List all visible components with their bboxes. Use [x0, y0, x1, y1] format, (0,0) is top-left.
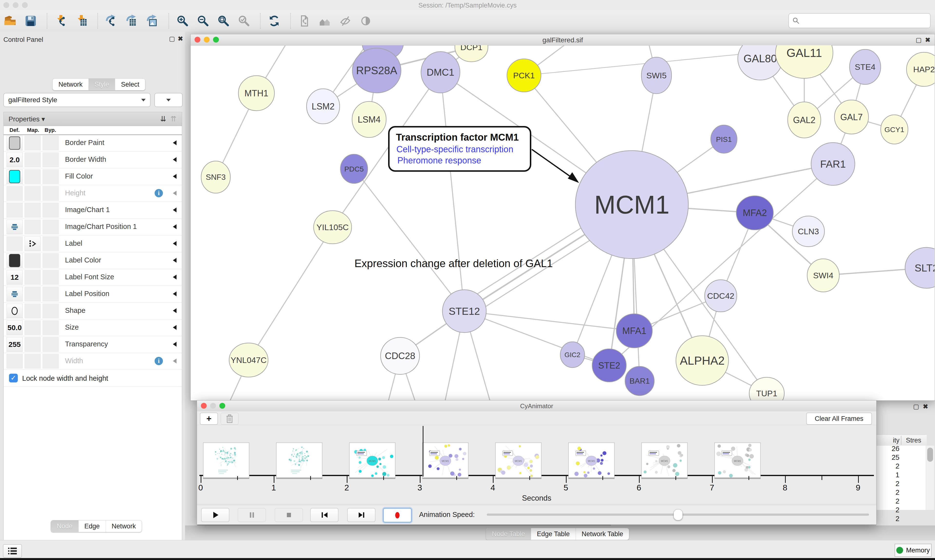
- annotation-box[interactable]: Transcription factor MCM1Cell-type-speci…: [389, 127, 579, 183]
- network-node-DMC1[interactable]: DMC1: [421, 52, 460, 93]
- network-node-CLN3[interactable]: CLN3: [792, 216, 824, 247]
- default-value-cell[interactable]: [6, 253, 23, 268]
- expand-row-arrow-icon[interactable]: [173, 224, 176, 229]
- cyanimator-timeline[interactable]: MCM1MCM1MCM1MCM1MCM1MCM1 0123456789 Seco…: [197, 425, 876, 504]
- expand-row-arrow-icon[interactable]: [173, 157, 176, 162]
- frame-thumbnail-6[interactable]: MCM1: [568, 443, 614, 479]
- tab-edge-table[interactable]: Edge Table: [531, 528, 576, 540]
- table-column-header[interactable]: Stres: [901, 437, 926, 444]
- bypass-cell[interactable]: [43, 203, 59, 217]
- bypass-cell[interactable]: [43, 270, 59, 285]
- default-value-cell[interactable]: [6, 287, 23, 302]
- expand-row-arrow-icon[interactable]: [173, 208, 176, 212]
- expand-row-arrow-icon[interactable]: [173, 291, 176, 296]
- bypass-cell[interactable]: [43, 287, 59, 302]
- expand-row-arrow-icon[interactable]: [173, 358, 176, 363]
- record-button[interactable]: [383, 508, 412, 523]
- network-node-SNF3[interactable]: SNF3: [201, 161, 230, 193]
- expand-row-arrow-icon[interactable]: [173, 342, 176, 347]
- cyanimator-titlebar[interactable]: CyAnimator: [197, 400, 876, 412]
- play-button[interactable]: [201, 508, 229, 522]
- network-node-MTH1[interactable]: MTH1: [238, 75, 275, 111]
- pause-button[interactable]: [238, 508, 266, 522]
- info-icon[interactable]: i: [154, 357, 163, 365]
- bypass-cell[interactable]: [43, 253, 59, 268]
- network-node-BAR1[interactable]: BAR1: [625, 366, 654, 395]
- table-cell[interactable]: 2: [876, 515, 900, 523]
- export-image-button[interactable]: [145, 14, 160, 28]
- network-node-FAR1[interactable]: FAR1: [811, 143, 855, 185]
- frame-thumbnail-3[interactable]: MCM1: [349, 443, 395, 479]
- properties-header[interactable]: Properties ▾ ⇊ ⇈: [4, 112, 182, 126]
- network-overview-button[interactable]: [297, 14, 312, 28]
- zoom-fit-button[interactable]: [216, 14, 231, 28]
- network-node-YNL047C[interactable]: YNL047C: [229, 343, 268, 377]
- mapping-cell[interactable]: [25, 337, 41, 352]
- network-node-HAP2[interactable]: HAP2: [907, 52, 935, 86]
- frame-thumbnail-8[interactable]: MCM1: [714, 443, 761, 479]
- tab-network[interactable]: Network: [52, 78, 88, 90]
- mapping-cell[interactable]: [25, 253, 41, 268]
- table-cell[interactable]: 2: [876, 462, 900, 471]
- network-node-GAL7[interactable]: GAL7: [835, 100, 869, 134]
- mapping-cell[interactable]: [25, 169, 41, 184]
- zoom-selected-button[interactable]: [237, 14, 251, 28]
- default-value-cell[interactable]: [6, 136, 23, 150]
- mapping-cell[interactable]: [25, 203, 41, 217]
- close-panel-icon[interactable]: ✖: [178, 35, 183, 43]
- mapping-cell[interactable]: [25, 136, 41, 150]
- mapping-cell[interactable]: [25, 237, 41, 251]
- expand-row-arrow-icon[interactable]: [173, 140, 176, 145]
- default-value-cell[interactable]: [6, 203, 23, 217]
- close-panel-icon[interactable]: ✖: [923, 403, 928, 411]
- mapping-cell[interactable]: [25, 152, 41, 167]
- default-value-cell[interactable]: [6, 237, 23, 251]
- float-panel-icon[interactable]: ▢: [913, 403, 919, 411]
- collapse-all-icon[interactable]: ⇈: [170, 115, 176, 123]
- table-column-header[interactable]: ity: [876, 437, 900, 444]
- network-node-STE2[interactable]: STE2: [592, 349, 626, 382]
- default-value-cell[interactable]: [6, 220, 23, 234]
- bypass-cell[interactable]: [43, 304, 59, 318]
- network-node-STE4[interactable]: STE4: [850, 49, 881, 85]
- frame-thumbnail-5[interactable]: MCM1: [495, 443, 542, 479]
- network-node-GCY1[interactable]: GCY1: [881, 115, 908, 144]
- bypass-cell[interactable]: [43, 237, 59, 251]
- tab-network[interactable]: Network: [106, 520, 142, 532]
- info-icon[interactable]: i: [154, 189, 163, 197]
- close-view-icon[interactable]: ✖: [925, 36, 930, 44]
- table-cell[interactable]: 26: [876, 445, 900, 454]
- bypass-cell[interactable]: [43, 169, 59, 184]
- search-box[interactable]: [788, 13, 930, 28]
- default-value-cell[interactable]: [6, 354, 23, 369]
- expand-all-icon[interactable]: ⇊: [160, 115, 166, 123]
- add-frame-button[interactable]: +: [200, 412, 218, 425]
- expand-row-arrow-icon[interactable]: [173, 191, 176, 195]
- show-details-button[interactable]: [358, 14, 373, 28]
- mapping-cell[interactable]: [25, 304, 41, 318]
- network-node-RPS28A[interactable]: RPS28A: [352, 48, 401, 93]
- table-cell[interactable]: 25: [876, 454, 900, 462]
- network-node-GAL2[interactable]: GAL2: [788, 102, 821, 138]
- float-window-icon[interactable]: ▢: [915, 36, 922, 44]
- default-value-cell[interactable]: 50.0: [6, 320, 23, 335]
- mapping-cell[interactable]: [25, 320, 41, 335]
- annotation-link[interactable]: Pheromone response: [397, 155, 481, 165]
- network-node-SWI5[interactable]: SWI5: [641, 57, 671, 94]
- network-node-MFA1[interactable]: MFA1: [616, 314, 652, 348]
- import-table-button[interactable]: [74, 14, 89, 28]
- frame-thumbnail-2[interactable]: [276, 443, 322, 479]
- network-node-PDC5[interactable]: PDC5: [340, 154, 368, 183]
- skip-end-button[interactable]: [347, 508, 375, 522]
- clear-all-frames-button[interactable]: Clear All Frames: [806, 412, 872, 425]
- memory-button[interactable]: Memory: [895, 544, 932, 557]
- expand-row-arrow-icon[interactable]: [173, 174, 176, 179]
- table-cell[interactable]: 2: [876, 506, 900, 515]
- network-node-TUP1[interactable]: TUP1: [749, 377, 784, 400]
- bypass-cell[interactable]: [43, 220, 59, 234]
- bypass-cell[interactable]: [43, 337, 59, 352]
- network-node-SWI4[interactable]: SWI4: [807, 259, 839, 292]
- network-node-CDC28[interactable]: CDC28: [381, 337, 420, 374]
- timeline-playhead[interactable]: [423, 426, 423, 477]
- annotation-link[interactable]: Cell-type-specific transcription: [397, 144, 513, 154]
